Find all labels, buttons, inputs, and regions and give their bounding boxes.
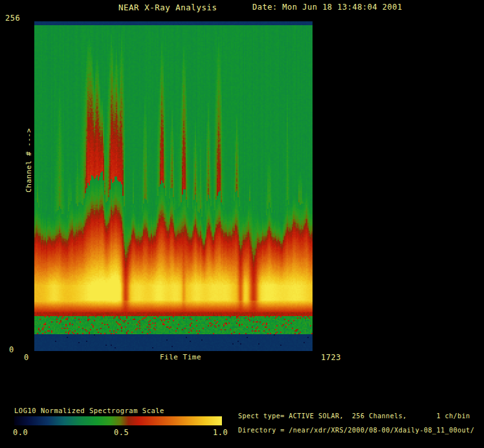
x-axis-min-tick: 0 [24,353,29,362]
y-axis-label: Channel # ---> [25,128,33,193]
near-xray-analysis-window: NEAR X-Ray Analysis Date: Mon Jun 18 13:… [0,0,484,448]
header-date: Date: Mon Jun 18 13:48:04 2001 [252,3,402,12]
x-axis-label: File Time [160,353,201,361]
spectrogram-heatmap [34,21,313,351]
directory-text: Directory = /near/xdr/XRS/2000/08-00/Xda… [238,427,474,434]
colorbar-tick-mid: 0.5 [114,428,129,437]
page-title: NEAR X-Ray Analysis [118,3,217,12]
colorbar-tick-min: 0.0 [13,428,28,437]
colorbar-title: LOG10 Normalized Spectrogram Scale [14,407,164,414]
spect-type-text: Spect type= ACTIVE SOLAR, 256 Channels, … [238,412,470,420]
colorbar-tick-max: 1.0 [213,428,228,437]
x-axis-max-tick: 1723 [321,353,341,362]
y-axis-max-tick: 256 [5,14,20,23]
colorbar-gradient [14,416,222,425]
y-axis-min-tick: 0 [9,345,14,354]
